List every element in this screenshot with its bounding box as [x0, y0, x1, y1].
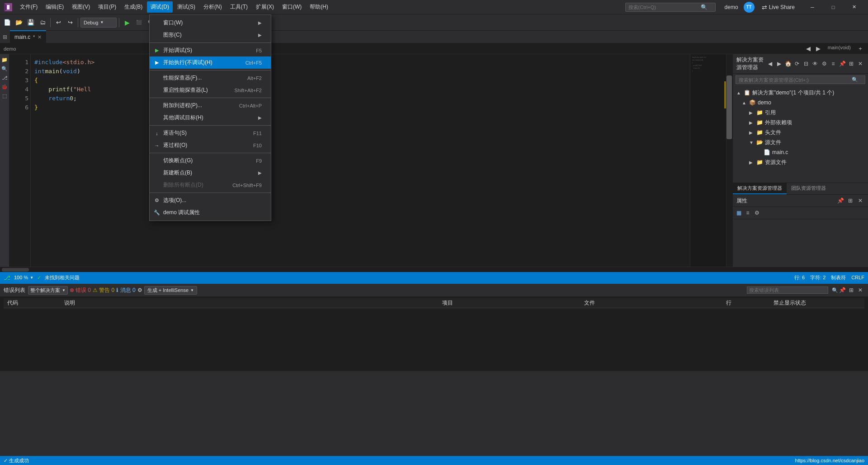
menu-item-file[interactable]: 文件(F) — [16, 1, 41, 13]
dm-window[interactable]: 窗口(W) ▶ — [150, 17, 271, 29]
new-project-button[interactable]: 📄 — [2, 17, 13, 28]
se-settings-button[interactable]: ⚙ — [820, 60, 828, 68]
prop-list-button[interactable]: ≡ — [744, 209, 752, 217]
panel-pin-button[interactable]: 📌 — [838, 286, 846, 294]
se-collapse-button[interactable]: ⊟ — [802, 60, 810, 68]
menu-item-help[interactable]: 帮助(H) — [306, 1, 332, 13]
prop-close-button[interactable]: ✕ — [856, 197, 864, 205]
dm-start-nodebug[interactable]: ▶ 开始执行(不调试)(H) Ctrl+F5 — [150, 56, 271, 69]
se-preview-button[interactable]: 👁 — [811, 60, 819, 68]
debug-menu[interactable]: 窗口(W) ▶ 图形(C) ▶ ▶ 开始调试(S) F5 ▶ 开始执行(不调试)… — [149, 14, 271, 221]
menu-item-edit[interactable]: 编辑(E) — [42, 1, 67, 13]
prop-pin-button[interactable]: 📌 — [836, 197, 844, 205]
undo-button[interactable]: ↩ — [53, 17, 64, 28]
nav-add-button[interactable]: + — [856, 45, 864, 53]
debug-config-dropdown[interactable]: Debug ▼ — [80, 18, 117, 28]
h-scrollbar-thumb[interactable] — [2, 268, 29, 272]
search-input[interactable] — [628, 5, 701, 10]
redo-button[interactable]: ↪ — [65, 17, 75, 28]
tab-item[interactable]: ⊞ — [0, 30, 10, 43]
search-bar[interactable]: 🔍 — [625, 3, 716, 12]
col-file[interactable]: 文件 — [580, 298, 722, 308]
dm-perf-prof[interactable]: 性能探查器(F)... Alt+F2 — [150, 72, 271, 84]
tree-extdeps-node[interactable]: ▶ 📁 外部依赖项 — [733, 117, 868, 127]
horizontal-scrollbar[interactable] — [0, 267, 868, 272]
menu-item-tools[interactable]: 工具(T) — [226, 1, 251, 13]
tab-team-explorer[interactable]: 团队资源管理器 — [787, 183, 830, 194]
se-home-button[interactable]: 🏠 — [784, 60, 792, 68]
tree-solution-node[interactable]: ▲ 📋 解决方案"demo"(1 个项目/共 1 个) — [733, 88, 868, 98]
menu-item-test[interactable]: 测试(S) — [174, 1, 199, 13]
menu-item-extend[interactable]: 扩展(X) — [252, 1, 278, 13]
tree-project-node[interactable]: ▲ 📦 demo — [733, 98, 868, 108]
dm-graphics[interactable]: 图形(C) ▶ — [150, 29, 271, 41]
activity-debug[interactable]: 🐞 — [1, 83, 8, 90]
activity-search[interactable]: 🔍 — [1, 65, 8, 72]
activity-ext[interactable]: ⬚ — [1, 92, 8, 99]
panel-close-button[interactable]: ✕ — [856, 286, 864, 294]
prop-settings-button[interactable]: ⚙ — [753, 209, 761, 217]
run-button[interactable]: ▶ — [122, 17, 132, 28]
save-button[interactable]: 💾 — [25, 17, 36, 28]
col-code[interactable]: 代码 — [4, 298, 61, 308]
editor-area[interactable]: 1 2 3 4 5 6 #include<stdio.h> int main(v… — [9, 54, 732, 267]
dm-new-bp[interactable]: 新建断点(B) ▶ — [150, 167, 271, 179]
nav-forward-button[interactable]: ▶ — [814, 45, 822, 53]
tab-close-button[interactable]: ✕ — [38, 34, 42, 40]
col-suppress[interactable]: 禁止显示状态 — [770, 298, 864, 308]
menu-item-analyze[interactable]: 分析(N) — [200, 1, 226, 13]
menu-item-view[interactable]: 视图(V) — [68, 1, 94, 13]
open-button[interactable]: 📂 — [14, 17, 24, 28]
se-back-button[interactable]: ◀ — [766, 60, 774, 68]
tree-resources-node[interactable]: ▶ 📁 资源文件 — [733, 157, 868, 167]
close-button[interactable]: ✕ — [844, 0, 864, 14]
live-share-button[interactable]: ⇄ Live Share — [758, 3, 798, 12]
save-all-button[interactable]: 🗂 — [37, 17, 48, 28]
dm-attach[interactable]: 附加到进程(P)... Ctrl+Alt+P — [150, 99, 271, 112]
menu-item-window[interactable]: 窗口(W) — [278, 1, 305, 13]
scope-dropdown[interactable]: 整个解决方案 ▼ — [28, 286, 68, 295]
maximize-button[interactable]: □ — [823, 0, 844, 14]
se-dock-button[interactable]: ⊞ — [847, 60, 855, 68]
menu-item-project[interactable]: 项目(P) — [94, 1, 120, 13]
dm-step-into[interactable]: ↓ 逐语句(S) F11 — [150, 127, 271, 139]
tree-sources-node[interactable]: ▼ 📂 源文件 — [733, 137, 868, 147]
solution-search-input[interactable] — [739, 77, 852, 83]
dm-restart-prof[interactable]: 重启性能探查器(L) Shift+Alt+F2 — [150, 84, 271, 96]
se-close-button[interactable]: ✕ — [856, 60, 864, 68]
toolbar-extra-1[interactable]: ⬛ — [133, 17, 144, 28]
minimize-button[interactable]: ─ — [802, 0, 823, 14]
se-filter-button[interactable]: ≡ — [829, 60, 837, 68]
nav-back-button[interactable]: ◀ — [804, 45, 812, 53]
panel-dock-button[interactable]: ⊞ — [847, 286, 855, 294]
menu-item-build[interactable]: 生成(B) — [121, 1, 146, 13]
activity-git[interactable]: ⎇ — [1, 74, 8, 81]
tab-main-c[interactable]: main.c * ✕ — [10, 30, 46, 43]
col-desc[interactable]: 说明 — [61, 298, 439, 308]
filter-icon[interactable]: ⚙ — [137, 287, 142, 293]
dm-start-debug[interactable]: ▶ 开始调试(S) F5 — [150, 44, 271, 56]
tree-mainc-node[interactable]: 📄 main.c — [733, 147, 868, 157]
error-search-input[interactable] — [747, 287, 828, 294]
col-line[interactable]: 行 — [722, 298, 770, 308]
prop-grid-button[interactable]: ▦ — [735, 209, 743, 217]
se-refresh-button[interactable]: ⟳ — [793, 60, 801, 68]
build-dropdown[interactable]: 生成 + IntelliSense ▼ — [144, 286, 197, 295]
dm-other-targets[interactable]: 其他调试目标(H) ▶ — [150, 112, 271, 124]
se-forward-button[interactable]: ▶ — [775, 60, 783, 68]
dm-options[interactable]: ⚙ 选项(O)... — [150, 194, 271, 207]
tree-headers-node[interactable]: ▶ 📁 头文件 — [733, 127, 868, 137]
col-project[interactable]: 项目 — [439, 298, 580, 308]
activity-explore[interactable]: 📁 — [1, 56, 8, 63]
dm-toggle-bp[interactable]: 切换断点(G) F9 — [150, 155, 271, 167]
prop-dock-button[interactable]: ⊞ — [846, 197, 854, 205]
nav-function-selector[interactable]: main(void) — [828, 45, 851, 53]
zoom-control[interactable]: 100 % ▼ — [14, 275, 33, 280]
solution-search-bar[interactable]: 🔍 — [736, 75, 865, 84]
tree-refs-node[interactable]: ▶ 📁 引用 — [733, 108, 868, 117]
menu-item-debug[interactable]: 调试(D) — [147, 1, 173, 13]
dm-delete-bp[interactable]: 删除所有断点(D) Ctrl+Shift+F9 — [150, 179, 271, 191]
se-pin-button[interactable]: 📌 — [838, 60, 846, 68]
tab-solution-explorer[interactable]: 解决方案资源管理器 — [733, 183, 787, 194]
vertical-scrollbar[interactable] — [726, 54, 732, 267]
